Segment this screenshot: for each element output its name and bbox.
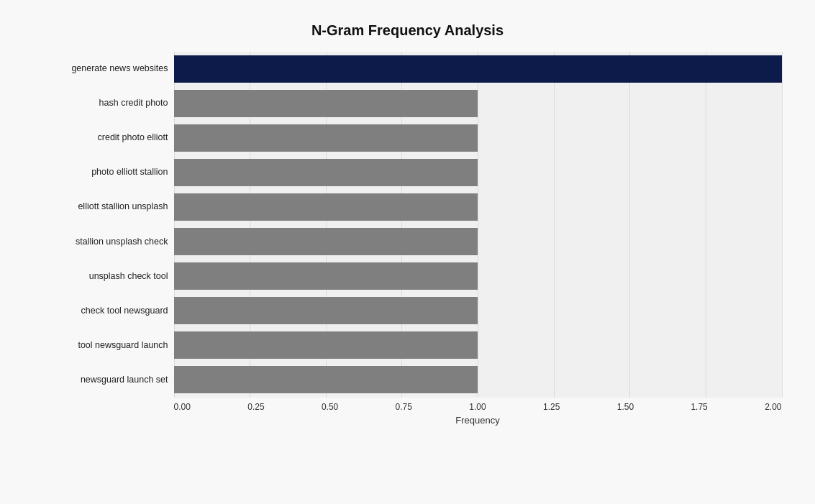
bar <box>174 193 478 221</box>
grid-line <box>782 52 783 398</box>
bar-row <box>174 259 782 293</box>
bar-row <box>174 121 782 155</box>
bar-row <box>174 224 782 259</box>
x-tick: 0.75 <box>396 402 412 412</box>
plot-area: generate news websiteshash credit photoc… <box>34 52 782 398</box>
y-axis-label: generate news websites <box>71 52 168 86</box>
bar-row <box>174 155 782 190</box>
x-tick: 0.00 <box>174 402 191 412</box>
bar <box>174 366 478 393</box>
bar <box>174 228 478 255</box>
bar <box>174 90 478 117</box>
y-axis-label: credit photo elliott <box>98 121 168 155</box>
bar-row <box>174 86 782 121</box>
y-axis-label: unsplash check tool <box>89 259 168 293</box>
x-ticks: 0.000.250.500.751.001.251.501.752.00 <box>174 402 782 412</box>
x-tick: 2.00 <box>765 402 781 412</box>
chart-area: generate news websiteshash credit photoc… <box>34 52 782 426</box>
x-tick: 0.50 <box>322 402 338 412</box>
y-axis-label: elliott stallion unsplash <box>78 190 168 224</box>
bars-section <box>174 52 782 398</box>
bar-row <box>174 190 782 224</box>
x-tick: 1.50 <box>617 402 634 412</box>
bar <box>174 262 478 290</box>
bar-row <box>174 328 782 362</box>
bar-row <box>174 293 782 328</box>
bar-row <box>174 52 782 86</box>
chart-container: N-Gram Frequency Analysis generate news … <box>12 8 803 497</box>
y-axis-label: tool newsguard launch <box>78 328 168 362</box>
x-tick: 1.75 <box>691 402 707 412</box>
x-tick: 1.25 <box>543 402 560 412</box>
bar <box>174 159 478 186</box>
y-axis-label: photo elliott stallion <box>91 155 168 190</box>
y-axis-label: check tool newsguard <box>81 293 168 328</box>
x-tick: 0.25 <box>247 402 264 412</box>
bar <box>174 55 782 83</box>
y-axis-label: stallion unsplash check <box>76 224 168 259</box>
bar <box>174 297 478 324</box>
x-tick: 1.00 <box>469 402 486 412</box>
bar <box>174 124 478 152</box>
y-axis-label: newsguard launch set <box>81 362 168 397</box>
bar-row <box>174 362 782 397</box>
y-axis-labels: generate news websiteshash credit photoc… <box>34 52 174 398</box>
y-axis-label: hash credit photo <box>99 86 168 121</box>
x-axis: 0.000.250.500.751.001.251.501.752.00 Fre… <box>174 402 782 426</box>
x-axis-label: Frequency <box>174 415 782 426</box>
bar <box>174 331 478 359</box>
chart-title: N-Gram Frequency Analysis <box>34 22 782 39</box>
